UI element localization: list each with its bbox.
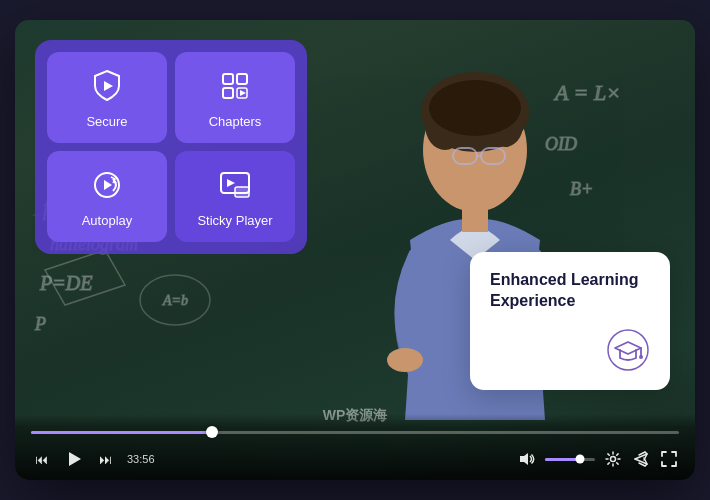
learning-title: Enhanced Learning Experience bbox=[490, 270, 650, 312]
svg-point-20 bbox=[387, 348, 423, 372]
volume-bar[interactable] bbox=[545, 458, 595, 461]
svg-rect-24 bbox=[237, 74, 247, 84]
volume-button[interactable] bbox=[517, 449, 537, 469]
svg-text:⏭: ⏭ bbox=[99, 452, 112, 467]
svg-rect-31 bbox=[235, 187, 249, 197]
sticky-player-label: Sticky Player bbox=[197, 213, 272, 228]
forward-button[interactable]: ⏭ bbox=[95, 448, 117, 470]
svg-point-40 bbox=[611, 457, 616, 462]
controls-bar: ⏮ ⏭ 33:56 bbox=[15, 414, 695, 480]
sticky-player-icon bbox=[215, 165, 255, 205]
svg-marker-39 bbox=[520, 453, 528, 465]
fullscreen-button[interactable] bbox=[659, 449, 679, 469]
graduate-icon-container bbox=[490, 328, 650, 372]
svg-text:⏮: ⏮ bbox=[35, 452, 48, 467]
time-display: 33:56 bbox=[127, 453, 155, 465]
volume-track bbox=[545, 458, 595, 461]
feature-card-chapters[interactable]: Chapters bbox=[175, 52, 295, 143]
autoplay-label: Autoplay bbox=[82, 213, 133, 228]
svg-text:P: P bbox=[34, 314, 46, 334]
svg-point-35 bbox=[639, 355, 643, 359]
play-button[interactable] bbox=[63, 448, 85, 470]
svg-rect-19 bbox=[462, 202, 488, 232]
chapters-icon bbox=[215, 66, 255, 106]
secure-label: Secure bbox=[86, 114, 127, 129]
controls-right bbox=[517, 449, 679, 469]
svg-rect-25 bbox=[223, 88, 233, 98]
svg-point-15 bbox=[429, 80, 521, 136]
svg-marker-37 bbox=[69, 452, 81, 466]
svg-text:P=DE: P=DE bbox=[39, 272, 92, 294]
svg-marker-26 bbox=[240, 90, 246, 96]
feature-card-sticky[interactable]: Sticky Player bbox=[175, 151, 295, 242]
progress-track bbox=[31, 431, 679, 434]
svg-marker-22 bbox=[104, 81, 113, 91]
svg-point-33 bbox=[608, 330, 648, 370]
volume-thumb bbox=[576, 455, 585, 464]
svg-marker-29 bbox=[104, 180, 112, 190]
shield-play-icon bbox=[87, 66, 127, 106]
progress-bar[interactable] bbox=[31, 422, 679, 442]
share-button[interactable] bbox=[631, 449, 651, 469]
controls-buttons-row: ⏮ ⏭ 33:56 bbox=[31, 448, 679, 470]
settings-button[interactable] bbox=[603, 449, 623, 469]
feature-card-autoplay[interactable]: Autoplay bbox=[47, 151, 167, 242]
feature-card-secure[interactable]: Secure bbox=[47, 52, 167, 143]
svg-marker-32 bbox=[227, 179, 235, 187]
video-player[interactable]: hallelogram P=DE P A=b A = L× OID B+ f bbox=[15, 20, 695, 480]
controls-left: ⏮ ⏭ 33:56 bbox=[31, 448, 155, 470]
autoplay-icon bbox=[87, 165, 127, 205]
svg-text:A=b: A=b bbox=[162, 293, 188, 308]
learning-experience-card: Enhanced Learning Experience bbox=[470, 252, 670, 390]
svg-rect-23 bbox=[223, 74, 233, 84]
chapters-label: Chapters bbox=[209, 114, 262, 129]
progress-fill bbox=[31, 431, 212, 434]
feature-cards-grid: Secure Chapters bbox=[35, 40, 307, 254]
progress-thumb bbox=[206, 426, 218, 438]
rewind-button[interactable]: ⏮ bbox=[31, 448, 53, 470]
